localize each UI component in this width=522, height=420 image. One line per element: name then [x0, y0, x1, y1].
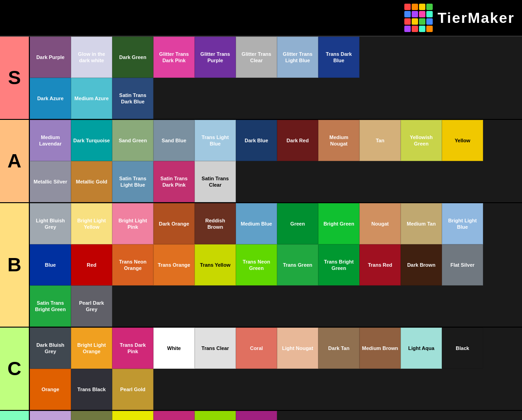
tier-row-cells-b-2: Satin Trans Bright GreenPearl Dark Grey: [30, 285, 522, 327]
color-cell: Trans Clear: [195, 328, 236, 369]
tier-content-c: Dark Bluish GreyBright Light OrangeTrans…: [30, 328, 522, 410]
tiermaker-logo: TierMaker: [404, 4, 515, 32]
color-cell: Dark Blue: [236, 120, 277, 161]
tier-row-cells-s-1: Dark AzureMedium AzureSatin Trans Dark B…: [30, 78, 522, 119]
logo-grid: [404, 4, 433, 32]
color-cell: Light Aqua: [401, 328, 442, 369]
tier-label-c: C: [0, 328, 30, 410]
tier-content-b: Light Bluish GreyBright Light YellowBrig…: [30, 203, 522, 327]
color-cell: Glitter Trans Purple: [195, 37, 236, 78]
color-cell: Trans Neon Orange: [112, 244, 153, 285]
color-cell: Trans Green: [277, 244, 318, 285]
tier-row-cells-d-0: LavendarOlive GreenNeon YellowDark PinkL…: [30, 411, 522, 420]
color-cell: Satin Trans Bright Green: [30, 285, 71, 327]
color-cell: Medium Brown: [359, 328, 401, 369]
color-cell: Medium Azure: [71, 78, 112, 119]
color-cell: Orange: [30, 369, 71, 410]
color-cell: Sand Blue: [153, 120, 195, 161]
color-cell: Tan: [359, 120, 401, 161]
color-cell: Satin Trans Light Blue: [112, 161, 153, 202]
color-cell: Dark Red: [277, 120, 318, 161]
color-cell: Glitter Trans Light Blue: [277, 37, 318, 78]
color-cell: Sand Green: [112, 120, 153, 161]
tier-label-s: S: [0, 37, 30, 119]
color-cell: Trans Red: [359, 244, 401, 285]
color-cell: Bright Light Yellow: [71, 203, 112, 244]
color-cell: Trans Neon Green: [236, 244, 277, 285]
tier-row-d: DLavendarOlive GreenNeon YellowDark Pink…: [0, 411, 522, 420]
color-cell: White: [153, 328, 195, 369]
color-cell: Dark Turquoise: [71, 120, 112, 161]
color-cell: Trans Orange: [153, 244, 195, 285]
color-cell: Dark Azure: [30, 78, 71, 119]
color-cell: Dark Brown: [401, 244, 442, 285]
color-cell: Magenta: [236, 411, 277, 420]
color-cell: Light Nougat: [277, 328, 318, 369]
color-cell: Dark Bluish Grey: [30, 328, 71, 369]
tier-label-d: D: [0, 411, 30, 420]
color-cell: Dark Purple: [30, 37, 71, 78]
color-cell: Nougat: [359, 203, 401, 244]
color-cell: Metallic Silver: [30, 161, 71, 202]
tier-content-s: Dark PurpleGlow in the dark whiteDark Gr…: [30, 37, 522, 119]
color-cell: Coral: [236, 328, 277, 369]
color-cell: Satin Trans Dark Blue: [112, 78, 153, 119]
color-cell: Medium Tan: [401, 203, 442, 244]
tier-row-s: SDark PurpleGlow in the dark whiteDark G…: [0, 37, 522, 120]
color-cell: Medium Blue: [236, 203, 277, 244]
tier-content-a: Medium LavendarDark TurquoiseSand GreenS…: [30, 120, 522, 202]
color-cell: Glitter Trans Dark Pink: [153, 37, 195, 78]
color-cell: Trans Bright Green: [318, 244, 359, 285]
color-cell: Satin Trans Clear: [195, 161, 236, 202]
color-cell: Yellow: [442, 120, 483, 161]
color-cell: Glitter Trans Clear: [236, 37, 277, 78]
tier-row-c: CDark Bluish GreyBright Light OrangeTran…: [0, 328, 522, 411]
tiermaker-title: TierMaker: [437, 10, 515, 27]
tier-row-cells-b-1: BlueRedTrans Neon OrangeTrans OrangeTran…: [30, 244, 522, 285]
tier-label-b: B: [0, 203, 30, 327]
color-cell: Trans Black: [71, 369, 112, 410]
color-cell: Lavendar: [30, 411, 71, 420]
tier-row-cells-s-0: Dark PurpleGlow in the dark whiteDark Gr…: [30, 37, 522, 78]
color-cell: Red: [71, 244, 112, 285]
color-cell: Neon Yellow: [112, 411, 153, 420]
color-cell: Dark Pink: [153, 411, 195, 420]
color-cell: Bright Green: [318, 203, 359, 244]
color-cell: Black: [442, 328, 483, 369]
tier-row-cells-c-1: OrangeTrans BlackPearl Gold: [30, 369, 522, 410]
color-cell: Olive Green: [71, 411, 112, 420]
color-cell: Satin Trans Dark Pink: [153, 161, 195, 202]
color-cell: Blue: [30, 244, 71, 285]
color-cell: Yellowish Green: [401, 120, 442, 161]
tier-row-cells-a-1: Metallic SilverMetallic GoldSatin Trans …: [30, 161, 522, 202]
color-cell: Lime: [195, 411, 236, 420]
color-cell: Dark Tan: [318, 328, 359, 369]
color-cell: Trans Yellow: [195, 244, 236, 285]
color-cell: Bright Light Pink: [112, 203, 153, 244]
color-cell: Bright Light Orange: [71, 328, 112, 369]
color-cell: Metallic Gold: [71, 161, 112, 202]
color-cell: Light Bluish Grey: [30, 203, 71, 244]
color-cell: Trans Light Blue: [195, 120, 236, 161]
tier-label-a: A: [0, 120, 30, 202]
tier-row-cells-c-0: Dark Bluish GreyBright Light OrangeTrans…: [30, 328, 522, 369]
tier-row-cells-a-0: Medium LavendarDark TurquoiseSand GreenS…: [30, 120, 522, 161]
tier-content-d: LavendarOlive GreenNeon YellowDark PinkL…: [30, 411, 522, 420]
color-cell: Dark Orange: [153, 203, 195, 244]
color-cell: Pearl Dark Grey: [71, 285, 112, 327]
color-cell: Flat Silver: [442, 244, 483, 285]
color-cell: Dark Green: [112, 37, 153, 78]
header: TierMaker: [0, 0, 522, 37]
color-cell: Reddish Brown: [195, 203, 236, 244]
tier-container: SDark PurpleGlow in the dark whiteDark G…: [0, 37, 522, 420]
color-cell: Pearl Gold: [112, 369, 153, 410]
tier-row-a: AMedium LavendarDark TurquoiseSand Green…: [0, 120, 522, 203]
color-cell: Green: [277, 203, 318, 244]
color-cell: Trans Dark Pink: [112, 328, 153, 369]
tier-row-b: BLight Bluish GreyBright Light YellowBri…: [0, 203, 522, 328]
color-cell: Medium Nougat: [318, 120, 359, 161]
color-cell: Bright Light Blue: [442, 203, 483, 244]
color-cell: Medium Lavendar: [30, 120, 71, 161]
tier-row-cells-b-0: Light Bluish GreyBright Light YellowBrig…: [30, 203, 522, 244]
color-cell: Trans Dark Blue: [318, 37, 359, 78]
